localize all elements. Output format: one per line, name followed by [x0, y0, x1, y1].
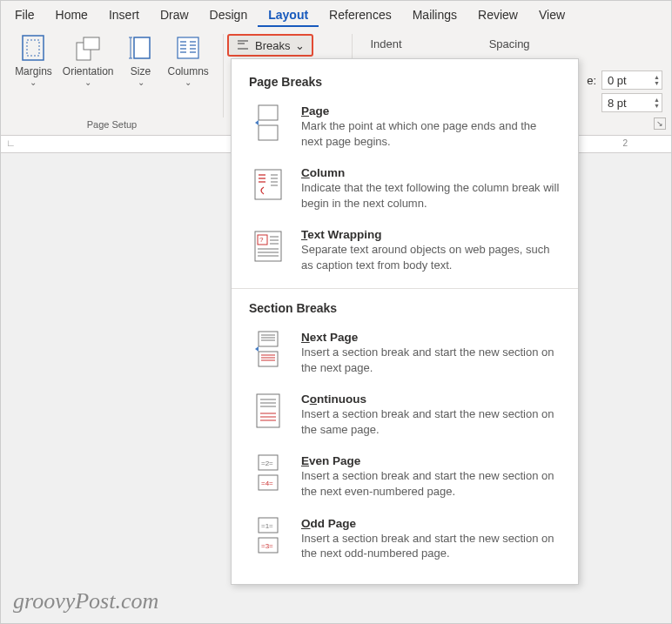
orientation-button[interactable]: Orientation ⌄ — [57, 30, 119, 91]
margins-label: Margins — [15, 65, 52, 77]
break-page[interactable]: Page Mark the point at which one page en… — [232, 97, 578, 159]
ruler-tab-icon: ∟ — [6, 138, 16, 148]
columns-label: Columns — [168, 65, 209, 77]
svg-rect-40 — [259, 332, 278, 346]
break-odd-page-desc: Insert a section break and start the new… — [301, 531, 561, 561]
spacing-before-input[interactable]: 0 pt ▲▼ — [601, 70, 662, 90]
even-page-icon: =2==4= — [252, 454, 284, 491]
page-setup-group: Margins ⌄ Orientation ⌄ Size ⌄ Columns ⌄ — [1, 27, 223, 135]
spacing-controls: e: 0 pt ▲▼ 8 pt ▲▼ — [581, 70, 662, 112]
chevron-down-icon: ⌄ — [84, 77, 91, 87]
ruler-mark: 2 — [622, 138, 628, 148]
break-page-title: Page — [301, 104, 561, 117]
breaks-button[interactable]: Breaks ⌄ — [227, 34, 313, 57]
page-setup-label: Page Setup — [6, 119, 218, 133]
spinner-icon[interactable]: ▲▼ — [654, 74, 660, 86]
svg-rect-3 — [84, 37, 99, 50]
page-breaks-heading: Page Breaks — [232, 70, 578, 97]
svg-marker-48 — [255, 346, 259, 352]
text-wrapping-icon: ? — [252, 228, 284, 265]
dialog-launcher[interactable]: ↘ — [654, 117, 666, 130]
watermark: groovyPost.com — [13, 588, 158, 614]
spacing-label: Spacing — [420, 27, 548, 50]
break-next-page[interactable]: Next Page Insert a section break and sta… — [232, 324, 578, 386]
break-column[interactable]: Column Indicate that the text following … — [232, 159, 578, 221]
svg-text:=3=: =3= — [261, 542, 273, 550]
break-next-page-title: Next Page — [301, 331, 561, 344]
spinner-icon[interactable]: ▲▼ — [654, 97, 660, 109]
break-even-page-desc: Insert a section break and start the new… — [301, 468, 561, 499]
svg-rect-44 — [259, 352, 278, 366]
margins-button[interactable]: Margins ⌄ — [10, 30, 57, 91]
break-continuous-title: Continuous — [301, 393, 561, 406]
break-even-page-title: Even Page — [301, 454, 561, 467]
page-break-icon — [252, 104, 284, 141]
column-break-icon — [252, 166, 284, 203]
tab-review[interactable]: Review — [467, 3, 528, 27]
break-odd-page[interactable]: =1==3= Odd Page Insert a section break a… — [232, 510, 578, 572]
svg-text:=4=: =4= — [261, 480, 273, 487]
tab-mailings[interactable]: Mailings — [402, 3, 467, 27]
svg-rect-4 — [134, 37, 150, 58]
indent-label: Indent — [353, 27, 419, 50]
size-button[interactable]: Size ⌄ — [119, 30, 163, 91]
dropdown-separator — [232, 288, 578, 289]
svg-rect-20 — [259, 105, 278, 120]
tab-draw[interactable]: Draw — [150, 3, 199, 27]
tab-design[interactable]: Design — [199, 3, 259, 27]
svg-text:=1=: =1= — [261, 522, 273, 530]
spacing-after-input[interactable]: 8 pt ▲▼ — [601, 93, 662, 112]
svg-rect-23 — [255, 170, 281, 199]
svg-rect-21 — [259, 125, 278, 140]
break-column-title: Column — [301, 166, 561, 179]
chevron-down-icon: ⌄ — [185, 77, 192, 87]
size-label: Size — [131, 65, 151, 77]
size-icon — [127, 34, 155, 62]
break-continuous-desc: Insert a section break and start the new… — [301, 406, 561, 437]
tab-insert[interactable]: Insert — [98, 3, 150, 27]
tab-references[interactable]: References — [319, 3, 402, 27]
columns-icon — [174, 34, 202, 62]
odd-page-icon: =1==3= — [252, 517, 284, 554]
section-breaks-heading: Section Breaks — [232, 296, 578, 324]
svg-marker-22 — [255, 120, 259, 125]
break-continuous[interactable]: Continuous Insert a section break and st… — [232, 386, 578, 447]
continuous-icon — [252, 393, 284, 429]
orientation-label: Orientation — [63, 65, 114, 77]
margins-icon — [19, 34, 47, 62]
svg-text:=2=: =2= — [261, 460, 273, 467]
spacing-before-label: e: — [581, 74, 596, 87]
break-text-wrapping-title: Text Wrapping — [301, 228, 561, 241]
break-column-desc: Indicate that the text following the col… — [301, 180, 561, 211]
svg-rect-0 — [23, 36, 44, 60]
break-even-page[interactable]: =2==4= Even Page Insert a section break … — [232, 447, 578, 509]
chevron-down-icon: ⌄ — [295, 39, 305, 52]
columns-button[interactable]: Columns ⌄ — [163, 30, 214, 91]
chevron-down-icon: ⌄ — [30, 77, 37, 87]
tab-layout[interactable]: Layout — [258, 3, 319, 27]
tab-home[interactable]: Home — [45, 3, 98, 27]
svg-text:?: ? — [259, 236, 264, 244]
spacing-before-value: 0 pt — [608, 74, 627, 87]
breaks-dropdown: Page Breaks Page Mark the point at which… — [231, 58, 579, 585]
break-text-wrapping[interactable]: ? Text Wrapping Separate text around obj… — [232, 221, 578, 283]
tab-view[interactable]: View — [528, 3, 575, 27]
break-odd-page-title: Odd Page — [301, 517, 561, 530]
orientation-icon — [74, 34, 102, 62]
break-next-page-desc: Insert a section break and start the new… — [301, 345, 561, 375]
next-page-icon — [252, 331, 284, 367]
breaks-label: Breaks — [255, 39, 290, 52]
svg-rect-8 — [178, 37, 198, 58]
tab-file[interactable]: File — [4, 3, 45, 27]
svg-rect-1 — [27, 40, 39, 56]
break-page-desc: Mark the point at which one page ends an… — [301, 118, 561, 149]
spacing-after-value: 8 pt — [608, 97, 627, 110]
chevron-down-icon: ⌄ — [138, 77, 144, 87]
break-text-wrapping-desc: Separate text around objects on web page… — [301, 242, 561, 272]
tab-bar: File Home Insert Draw Design Layout Refe… — [1, 1, 671, 27]
breaks-icon — [236, 38, 250, 52]
